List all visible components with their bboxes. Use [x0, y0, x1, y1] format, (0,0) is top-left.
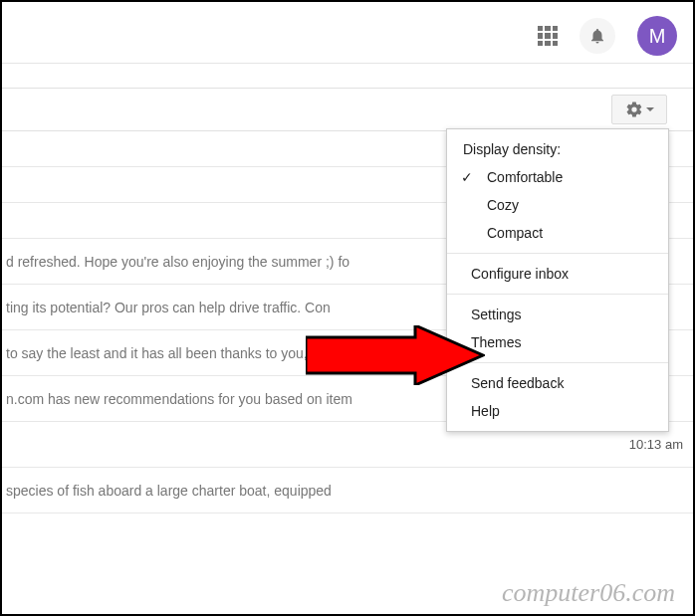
- table-row[interactable]: species of fish aboard a large charter b…: [2, 468, 693, 513]
- menu-item-label: Help: [471, 403, 500, 419]
- menu-separator: [447, 253, 668, 254]
- menu-item-label: Configure inbox: [471, 266, 569, 282]
- app-frame: M d refreshed. Hope you're also enjoying…: [0, 0, 695, 616]
- apps-grid-icon[interactable]: [538, 26, 558, 46]
- density-option-compact[interactable]: Compact: [447, 219, 668, 247]
- settings-dropdown: Display density: ✓ Comfortable Cozy Comp…: [446, 128, 669, 432]
- density-header: Display density:: [447, 135, 668, 163]
- notifications-button[interactable]: [579, 18, 615, 54]
- menu-item-label: Comfortable: [487, 169, 563, 185]
- email-time: 10:13 am: [621, 437, 683, 452]
- email-snippet: species of fish aboard a large charter b…: [6, 483, 683, 499]
- menu-item-label: Settings: [471, 307, 522, 322]
- bell-icon: [588, 27, 606, 45]
- annotation-arrow-icon: [306, 325, 485, 385]
- toolbar: [2, 88, 693, 131]
- watermark-text: computer06.com: [502, 578, 675, 608]
- menu-separator: [447, 294, 668, 295]
- check-icon: ✓: [461, 169, 473, 185]
- menu-item-label: Compact: [487, 225, 543, 241]
- menu-settings[interactable]: Settings: [447, 301, 668, 328]
- density-option-comfortable[interactable]: ✓ Comfortable: [447, 163, 668, 191]
- header-bar: M: [2, 2, 693, 64]
- menu-item-label: Send feedback: [471, 375, 564, 391]
- header-actions: M: [538, 16, 677, 56]
- menu-configure-inbox[interactable]: Configure inbox: [447, 260, 668, 288]
- density-option-cozy[interactable]: Cozy: [447, 191, 668, 219]
- chevron-down-icon: [646, 107, 654, 111]
- svg-marker-0: [306, 325, 483, 385]
- account-avatar[interactable]: M: [637, 16, 677, 56]
- menu-help[interactable]: Help: [447, 397, 668, 425]
- menu-item-label: Cozy: [487, 197, 519, 213]
- gear-icon: [625, 101, 643, 118]
- settings-gear-button[interactable]: [611, 95, 667, 124]
- avatar-initial: M: [649, 25, 666, 48]
